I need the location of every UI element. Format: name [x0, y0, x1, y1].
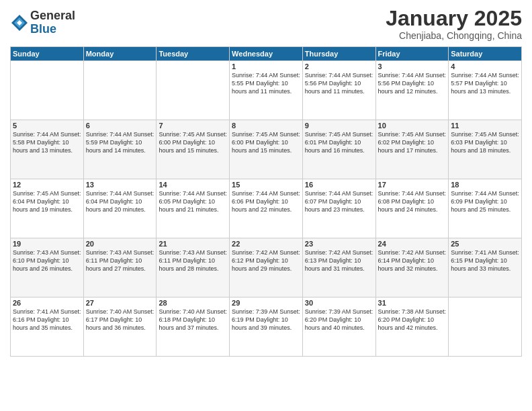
cell-info: Sunrise: 7:42 AM Sunset: 6:13 PM Dayligh…	[305, 248, 373, 273]
calendar-cell: 26Sunrise: 7:41 AM Sunset: 6:16 PM Dayli…	[11, 298, 84, 357]
cell-info: Sunrise: 7:39 AM Sunset: 6:20 PM Dayligh…	[305, 308, 373, 332]
day-number: 21	[159, 240, 227, 248]
calendar-cell: 15Sunrise: 7:44 AM Sunset: 6:06 PM Dayli…	[230, 179, 303, 238]
day-number: 23	[305, 240, 373, 248]
calendar-cell	[83, 61, 157, 120]
cell-info: Sunrise: 7:45 AM Sunset: 6:00 PM Dayligh…	[232, 130, 300, 154]
logo-text: General Blue	[30, 9, 75, 36]
calendar-cell: 4Sunrise: 7:44 AM Sunset: 5:57 PM Daylig…	[449, 61, 522, 120]
calendar-cell: 28Sunrise: 7:40 AM Sunset: 6:18 PM Dayli…	[157, 298, 230, 357]
day-number: 8	[232, 122, 300, 130]
day-number: 26	[13, 299, 81, 307]
cell-info: Sunrise: 7:41 AM Sunset: 6:16 PM Dayligh…	[13, 308, 81, 332]
calendar-cell: 10Sunrise: 7:45 AM Sunset: 6:02 PM Dayli…	[375, 120, 449, 179]
location-title: Chenjiaba, Chongqing, China	[386, 30, 522, 41]
week-row-4: 26Sunrise: 7:41 AM Sunset: 6:16 PM Dayli…	[11, 298, 522, 357]
day-number: 20	[86, 240, 154, 248]
calendar-header: Sunday Monday Tuesday Wednesday Thursday…	[11, 47, 522, 61]
day-number: 9	[305, 122, 373, 130]
day-number: 17	[378, 181, 447, 189]
calendar-cell: 11Sunrise: 7:45 AM Sunset: 6:03 PM Dayli…	[449, 120, 522, 179]
logo-icon	[10, 13, 29, 32]
day-number: 6	[86, 122, 154, 130]
calendar-cell: 7Sunrise: 7:45 AM Sunset: 6:00 PM Daylig…	[157, 120, 230, 179]
calendar-cell	[157, 61, 230, 120]
day-number: 24	[378, 240, 447, 248]
cell-info: Sunrise: 7:45 AM Sunset: 6:03 PM Dayligh…	[451, 130, 519, 154]
cell-info: Sunrise: 7:44 AM Sunset: 6:04 PM Dayligh…	[86, 189, 154, 214]
week-row-2: 12Sunrise: 7:45 AM Sunset: 6:04 PM Dayli…	[11, 179, 522, 238]
cell-info: Sunrise: 7:42 AM Sunset: 6:12 PM Dayligh…	[232, 248, 300, 273]
calendar-cell: 2Sunrise: 7:44 AM Sunset: 5:56 PM Daylig…	[302, 61, 375, 120]
calendar-cell: 27Sunrise: 7:40 AM Sunset: 6:17 PM Dayli…	[83, 298, 157, 357]
cell-info: Sunrise: 7:40 AM Sunset: 6:17 PM Dayligh…	[86, 308, 154, 332]
day-number: 2	[305, 62, 373, 71]
logo: General Blue	[10, 9, 75, 36]
day-number: 14	[159, 181, 227, 189]
cell-info: Sunrise: 7:39 AM Sunset: 6:19 PM Dayligh…	[232, 308, 300, 332]
cell-info: Sunrise: 7:40 AM Sunset: 6:18 PM Dayligh…	[159, 308, 227, 332]
calendar-cell: 6Sunrise: 7:44 AM Sunset: 5:59 PM Daylig…	[83, 120, 157, 179]
cell-info: Sunrise: 7:41 AM Sunset: 6:15 PM Dayligh…	[451, 248, 519, 273]
logo-blue-text: Blue	[30, 23, 75, 36]
header: General Blue January 2025 Chenjiaba, Cho…	[10, 7, 522, 41]
cell-info: Sunrise: 7:44 AM Sunset: 6:09 PM Dayligh…	[451, 189, 519, 214]
day-number: 4	[451, 62, 519, 71]
cell-info: Sunrise: 7:44 AM Sunset: 5:56 PM Dayligh…	[305, 71, 373, 95]
calendar-cell: 17Sunrise: 7:44 AM Sunset: 6:08 PM Dayli…	[375, 179, 449, 238]
week-row-3: 19Sunrise: 7:43 AM Sunset: 6:10 PM Dayli…	[11, 238, 522, 298]
header-row: Sunday Monday Tuesday Wednesday Thursday…	[11, 47, 522, 61]
calendar-cell: 14Sunrise: 7:44 AM Sunset: 6:05 PM Dayli…	[157, 179, 230, 238]
calendar-cell: 19Sunrise: 7:43 AM Sunset: 6:10 PM Dayli…	[11, 238, 84, 298]
day-number: 25	[451, 240, 519, 248]
calendar-cell: 5Sunrise: 7:44 AM Sunset: 5:58 PM Daylig…	[11, 120, 84, 179]
calendar-cell: 12Sunrise: 7:45 AM Sunset: 6:04 PM Dayli…	[11, 179, 84, 238]
cell-info: Sunrise: 7:42 AM Sunset: 6:14 PM Dayligh…	[378, 248, 447, 273]
col-friday: Friday	[375, 47, 449, 61]
week-row-0: 1Sunrise: 7:44 AM Sunset: 5:55 PM Daylig…	[11, 61, 522, 120]
day-number: 31	[378, 299, 447, 307]
calendar-cell: 23Sunrise: 7:42 AM Sunset: 6:13 PM Dayli…	[302, 238, 375, 298]
cell-info: Sunrise: 7:44 AM Sunset: 5:57 PM Dayligh…	[451, 71, 519, 95]
day-number: 18	[451, 181, 519, 189]
cell-info: Sunrise: 7:44 AM Sunset: 5:58 PM Dayligh…	[13, 130, 81, 154]
calendar-cell: 13Sunrise: 7:44 AM Sunset: 6:04 PM Dayli…	[83, 179, 157, 238]
cell-info: Sunrise: 7:45 AM Sunset: 6:02 PM Dayligh…	[378, 130, 447, 154]
calendar-cell: 29Sunrise: 7:39 AM Sunset: 6:19 PM Dayli…	[230, 298, 303, 357]
cell-info: Sunrise: 7:45 AM Sunset: 6:01 PM Dayligh…	[305, 130, 373, 154]
calendar-cell	[11, 61, 84, 120]
day-number: 10	[378, 122, 447, 130]
calendar-cell: 16Sunrise: 7:44 AM Sunset: 6:07 PM Dayli…	[302, 179, 375, 238]
day-number: 22	[232, 240, 300, 248]
cell-info: Sunrise: 7:43 AM Sunset: 6:11 PM Dayligh…	[159, 248, 227, 273]
col-thursday: Thursday	[302, 47, 375, 61]
calendar-cell: 22Sunrise: 7:42 AM Sunset: 6:12 PM Dayli…	[230, 238, 303, 298]
calendar-cell: 31Sunrise: 7:38 AM Sunset: 6:20 PM Dayli…	[375, 298, 449, 357]
day-number: 30	[305, 299, 373, 307]
cell-info: Sunrise: 7:44 AM Sunset: 5:55 PM Dayligh…	[232, 71, 300, 95]
cell-info: Sunrise: 7:44 AM Sunset: 5:56 PM Dayligh…	[378, 71, 447, 95]
cell-info: Sunrise: 7:44 AM Sunset: 6:08 PM Dayligh…	[378, 189, 447, 214]
calendar-cell: 30Sunrise: 7:39 AM Sunset: 6:20 PM Dayli…	[302, 298, 375, 357]
cell-info: Sunrise: 7:38 AM Sunset: 6:20 PM Dayligh…	[378, 308, 447, 332]
day-number: 16	[305, 181, 373, 189]
day-number: 15	[232, 181, 300, 189]
day-number: 12	[13, 181, 81, 189]
day-number: 7	[159, 122, 227, 130]
calendar-cell: 21Sunrise: 7:43 AM Sunset: 6:11 PM Dayli…	[157, 238, 230, 298]
day-number: 13	[86, 181, 154, 189]
title-block: January 2025 Chenjiaba, Chongqing, China	[386, 7, 522, 41]
day-number: 1	[232, 62, 300, 71]
cell-info: Sunrise: 7:44 AM Sunset: 6:05 PM Dayligh…	[159, 189, 227, 214]
calendar-cell	[449, 298, 522, 357]
calendar-cell: 1Sunrise: 7:44 AM Sunset: 5:55 PM Daylig…	[230, 61, 303, 120]
calendar: Sunday Monday Tuesday Wednesday Thursday…	[10, 46, 522, 357]
day-number: 11	[451, 122, 519, 130]
calendar-cell: 8Sunrise: 7:45 AM Sunset: 6:00 PM Daylig…	[230, 120, 303, 179]
col-tuesday: Tuesday	[157, 47, 230, 61]
day-number: 5	[13, 122, 81, 130]
calendar-cell: 20Sunrise: 7:43 AM Sunset: 6:11 PM Dayli…	[83, 238, 157, 298]
month-title: January 2025	[386, 7, 522, 30]
cell-info: Sunrise: 7:43 AM Sunset: 6:11 PM Dayligh…	[86, 248, 154, 273]
cell-info: Sunrise: 7:43 AM Sunset: 6:10 PM Dayligh…	[13, 248, 81, 273]
